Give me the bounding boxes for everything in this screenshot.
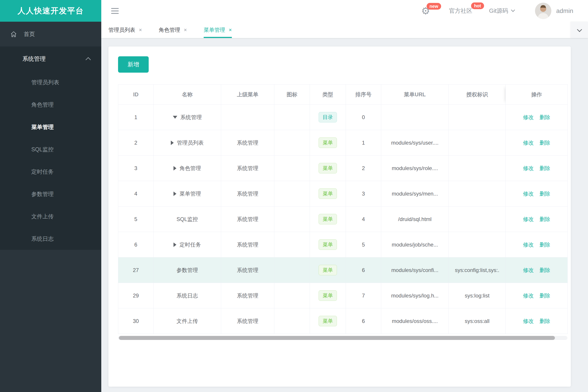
actions-cell: 修改删除 [506, 156, 568, 181]
community-wrap: 官方社区 hot [449, 7, 472, 15]
menu-table-body: 1 系统管理 目录 0 修改删除 2 管理员列表 系统管理 菜单 [118, 104, 568, 334]
tree-expand-icon[interactable] [174, 166, 176, 170]
delete-link[interactable]: 删除 [539, 292, 550, 298]
tree-expand-icon[interactable] [174, 192, 176, 196]
sidebar-item-param-mgmt[interactable]: 参数管理 [0, 183, 101, 205]
icon-cell [274, 181, 310, 206]
permission-cell [449, 130, 506, 156]
top-header: ⚙ new 官方社区 hot Git源码 admin [101, 0, 588, 22]
community-link[interactable]: 官方社区 [449, 8, 472, 14]
avatar[interactable] [535, 3, 551, 19]
col-id: ID [118, 84, 154, 104]
scrollbar-thumb[interactable] [119, 336, 555, 340]
sidebar-item-admin-list[interactable]: 管理员列表 [0, 71, 101, 94]
tab-overflow-button[interactable] [571, 22, 588, 38]
tab-menu-mgmt[interactable]: 菜单管理 × [204, 22, 232, 38]
col-permission: 授权标识 [449, 84, 506, 104]
type-badge: 菜单 [319, 265, 337, 275]
delete-link[interactable]: 删除 [539, 267, 550, 273]
edit-link[interactable]: 修改 [523, 292, 534, 298]
menu-name-cell: 定时任务 [154, 232, 221, 258]
delete-link[interactable]: 删除 [539, 216, 550, 222]
tab-label: 角色管理 [159, 26, 180, 34]
edit-link[interactable]: 修改 [523, 242, 534, 248]
delete-link[interactable]: 删除 [539, 165, 550, 171]
parent-menu-cell: 系统管理 [221, 206, 274, 232]
home-icon [10, 31, 17, 38]
edit-link[interactable]: 修改 [523, 267, 534, 273]
tab-bar: 管理员列表 × 角色管理 × 菜单管理 × [101, 22, 588, 38]
delete-link[interactable]: 删除 [539, 242, 550, 248]
row-id-cell: 1 [118, 104, 154, 130]
delete-link[interactable]: 删除 [539, 140, 550, 146]
order-cell: 5 [346, 232, 381, 258]
sidebar-item-menu-mgmt[interactable]: 菜单管理 [0, 116, 101, 138]
menu-url-cell [381, 104, 449, 130]
close-icon[interactable]: × [184, 27, 187, 33]
menu-name-cell: SQL监控 [154, 206, 221, 232]
delete-link[interactable]: 删除 [539, 318, 550, 324]
actions-cell: 修改删除 [506, 181, 568, 206]
edit-link[interactable]: 修改 [523, 216, 534, 222]
actions-cell: 修改删除 [506, 283, 568, 308]
sidebar-item-scheduled-tasks[interactable]: 定时任务 [0, 160, 101, 183]
tree-expand-icon[interactable] [174, 242, 176, 247]
sidebar-item-sql-monitor[interactable]: SQL监控 [0, 138, 101, 160]
menu-name: 定时任务 [180, 241, 201, 248]
permission-cell: sys:config:list,sys:. [449, 258, 506, 283]
menu-name-cell: 系统管理 [154, 104, 221, 130]
hamburger-menu-icon[interactable] [111, 6, 119, 16]
delete-link[interactable]: 删除 [539, 191, 550, 197]
table-row: 2 管理员列表 系统管理 菜单 1 modules/sys/user.... 修… [118, 130, 568, 156]
app-logo: 人人快速开发平台 [0, 0, 101, 22]
close-icon[interactable]: × [229, 27, 232, 33]
order-cell: 4 [346, 206, 381, 232]
parent-menu-cell [221, 104, 274, 130]
type-badge: 菜单 [319, 138, 337, 148]
type-cell: 菜单 [310, 206, 346, 232]
actions-cell: 修改删除 [506, 130, 568, 156]
edit-link[interactable]: 修改 [523, 318, 534, 324]
order-cell: 1 [346, 130, 381, 156]
chevron-down-icon [511, 8, 515, 12]
edit-link[interactable]: 修改 [523, 114, 534, 120]
col-order: 排序号 [346, 84, 381, 104]
tab-admin-list[interactable]: 管理员列表 × [109, 22, 142, 38]
sidebar-item-system-log[interactable]: 系统日志 [0, 228, 101, 250]
type-cell: 菜单 [310, 130, 346, 156]
menu-url-cell: modules/sys/confi... [381, 258, 449, 283]
tree-expand-icon[interactable] [171, 140, 174, 145]
edit-link[interactable]: 修改 [523, 165, 534, 171]
menu-url-cell: modules/job/sche... [381, 232, 449, 258]
add-button[interactable]: 新增 [118, 56, 149, 73]
sidebar-item-file-upload[interactable]: 文件上传 [0, 205, 101, 228]
new-badge: new [427, 3, 441, 10]
permission-cell [449, 206, 506, 232]
menu-name: 管理员列表 [177, 139, 204, 146]
sidebar-item-role-mgmt[interactable]: 角色管理 [0, 94, 101, 116]
row-id-cell: 6 [118, 232, 154, 258]
delete-link[interactable]: 删除 [539, 114, 550, 120]
type-cell: 菜单 [310, 232, 346, 258]
tab-role-mgmt[interactable]: 角色管理 × [159, 22, 187, 38]
close-icon[interactable]: × [139, 27, 142, 33]
sidebar: 人人快速开发平台 首页 系统管理 管理员列表 角色管理 菜单管理 SQL监控 定… [0, 0, 101, 392]
row-id-cell: 30 [118, 308, 154, 334]
git-source-link[interactable]: Git源码 [489, 8, 508, 14]
header-right-cluster: ⚙ new 官方社区 hot Git源码 admin [421, 3, 588, 19]
actions-cell: 修改删除 [506, 104, 568, 130]
sidebar-item-home[interactable]: 首页 [0, 22, 101, 46]
type-badge: 菜单 [319, 214, 337, 224]
edit-link[interactable]: 修改 [523, 140, 534, 146]
sidebar-group-title[interactable]: 系统管理 [0, 46, 101, 71]
tree-expand-icon[interactable] [173, 116, 177, 119]
permission-cell [449, 156, 506, 181]
table-row: 29 系统日志 系统管理 菜单 7 modules/sys/log.h... s… [118, 283, 568, 308]
settings-wrap: ⚙ new [421, 6, 430, 16]
permission-cell [449, 181, 506, 206]
edit-link[interactable]: 修改 [523, 191, 534, 197]
order-cell: 6 [346, 258, 381, 283]
menu-table-wrap: ID 名称 上级菜单 图标 类型 排序号 菜单URL 授权标识 操作 1 [118, 84, 567, 340]
menu-name: 系统管理 [180, 114, 202, 121]
username-label[interactable]: admin [556, 8, 573, 14]
